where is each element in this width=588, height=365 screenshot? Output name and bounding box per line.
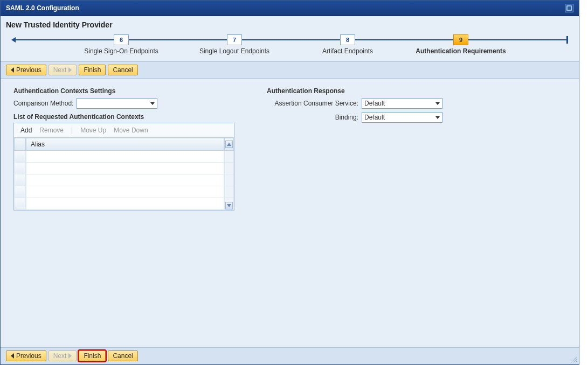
wizard-step-7-label: Single Logout Endpoints bbox=[199, 47, 269, 55]
table-row bbox=[14, 174, 234, 186]
previous-button-bottom[interactable]: Previous bbox=[6, 350, 46, 361]
wizard-step-9[interactable]: 9 bbox=[453, 34, 468, 45]
chevron-down-icon bbox=[435, 102, 440, 105]
auth-contexts-heading: Authentication Contexts Settings bbox=[13, 87, 234, 95]
chevron-down-icon bbox=[150, 102, 155, 105]
chevron-right-icon bbox=[68, 67, 72, 73]
auth-response-section: Authentication Response Assertion Consum… bbox=[267, 87, 442, 339]
comparison-method-dropdown[interactable] bbox=[77, 98, 157, 109]
cancel-button-bottom[interactable]: Cancel bbox=[108, 350, 137, 361]
wizard-step-8-label: Artifact Endpoints bbox=[322, 47, 373, 55]
wizard-roadmap: 6 Single Sign-On Endpoints 7 Single Logo… bbox=[1, 30, 579, 52]
window-title: SAML 2.0 Configuration bbox=[6, 4, 79, 12]
roadmap-start-icon bbox=[11, 37, 16, 43]
chevron-left-icon bbox=[11, 353, 14, 359]
resize-grip-icon[interactable] bbox=[570, 355, 577, 363]
next-button: Next bbox=[49, 65, 77, 75]
table-select-header bbox=[14, 138, 26, 151]
svg-line-5 bbox=[576, 361, 577, 362]
acs-value: Default bbox=[364, 100, 385, 107]
toolbar-top: Previous Next Finish Cancel bbox=[1, 61, 579, 79]
auth-contexts-table: Add Remove | Move Up Move Down Alias bbox=[13, 123, 234, 210]
table-moveup-button: Move Up bbox=[80, 127, 106, 134]
table-movedown-button: Move Down bbox=[114, 127, 148, 134]
table-row bbox=[14, 151, 234, 163]
svg-marker-1 bbox=[227, 143, 231, 146]
cancel-button[interactable]: Cancel bbox=[108, 65, 137, 75]
table-add-button[interactable]: Add bbox=[20, 127, 32, 134]
next-button-bottom: Next bbox=[49, 350, 77, 361]
toolbar-bottom: Previous Next Finish Cancel bbox=[1, 347, 579, 364]
svg-rect-0 bbox=[567, 6, 571, 10]
wizard-step-8[interactable]: 8 bbox=[340, 34, 355, 45]
chevron-down-icon bbox=[435, 116, 440, 119]
svg-marker-2 bbox=[227, 204, 231, 207]
finish-button-bottom[interactable]: Finish bbox=[79, 350, 106, 361]
wizard-step-9-label: Authentication Requirements bbox=[416, 47, 506, 55]
binding-label: Binding: bbox=[267, 114, 358, 121]
table-body bbox=[14, 151, 234, 210]
table-scroll-down[interactable] bbox=[224, 198, 234, 210]
roadmap-end-icon bbox=[566, 36, 568, 44]
list-heading: List of Requested Authentication Context… bbox=[13, 113, 234, 121]
maximize-icon[interactable] bbox=[565, 4, 573, 12]
previous-button[interactable]: Previous bbox=[6, 65, 46, 75]
table-row bbox=[14, 198, 234, 210]
table-remove-button: Remove bbox=[39, 127, 64, 134]
wizard-step-6-label: Single Sign-On Endpoints bbox=[84, 47, 158, 55]
table-alias-header: Alias bbox=[26, 138, 224, 151]
page-heading: New Trusted Identity Provider bbox=[1, 16, 579, 30]
table-scroll-up[interactable] bbox=[224, 138, 234, 151]
chevron-right-icon bbox=[68, 353, 72, 359]
wizard-step-6[interactable]: 6 bbox=[114, 34, 129, 45]
titlebar: SAML 2.0 Configuration bbox=[1, 1, 579, 16]
binding-value: Default bbox=[364, 114, 385, 121]
acs-label: Assertion Consumer Service: bbox=[267, 100, 358, 107]
binding-dropdown[interactable]: Default bbox=[362, 112, 442, 123]
auth-contexts-section: Authentication Contexts Settings Compari… bbox=[13, 87, 234, 339]
auth-response-heading: Authentication Response bbox=[267, 87, 442, 95]
config-window: SAML 2.0 Configuration New Trusted Ident… bbox=[0, 0, 579, 365]
content-area: Authentication Contexts Settings Compari… bbox=[1, 79, 579, 347]
chevron-left-icon bbox=[11, 67, 14, 73]
wizard-step-7[interactable]: 7 bbox=[227, 34, 242, 45]
acs-dropdown[interactable]: Default bbox=[362, 98, 442, 109]
comparison-method-label: Comparison Method: bbox=[13, 100, 73, 107]
table-row bbox=[14, 186, 234, 198]
finish-button[interactable]: Finish bbox=[79, 65, 106, 75]
table-row bbox=[14, 163, 234, 174]
